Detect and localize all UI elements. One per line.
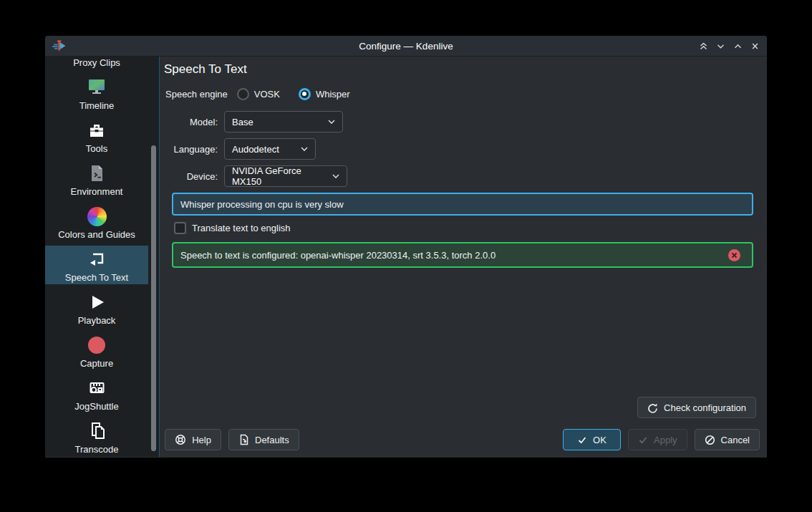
sidebar-item-proxy-clips[interactable]: Proxy Clips (45, 57, 148, 69)
success-message-text: Speech to text is configured: openai-whi… (180, 250, 728, 261)
cancel-label: Cancel (721, 435, 750, 445)
radio-option-vosk[interactable]: VOSK (237, 88, 280, 100)
info-message-text: Whisper processing on cpu is very slow (180, 199, 745, 210)
sidebar-item-capture[interactable]: Capture (45, 332, 148, 370)
radio-whisper-label: Whisper (316, 89, 350, 100)
keep-above-button[interactable] (699, 42, 708, 51)
dismiss-message-button[interactable] (728, 249, 740, 261)
help-icon (175, 434, 186, 445)
defaults-icon (238, 434, 249, 445)
refresh-icon (647, 402, 658, 413)
language-value: Audodetect (232, 144, 292, 155)
dialog-button-box: Help Defaults OK (165, 429, 760, 450)
model-dropdown[interactable]: Base (224, 111, 343, 132)
sidebar-item-playback[interactable]: Playback (45, 289, 148, 327)
titlebar[interactable]: Configure — Kdenlive (45, 36, 767, 57)
sidebar-item-tools[interactable]: Tools (45, 117, 148, 155)
check-icon (638, 435, 648, 445)
speech-engine-label: Speech engine (165, 89, 228, 100)
configure-dialog: Configure — Kdenlive (45, 36, 767, 458)
defaults-button[interactable]: Defaults (228, 429, 299, 450)
radio-option-whisper[interactable]: Whisper (299, 88, 350, 100)
translate-checkbox-label: Translate text to english (192, 223, 291, 233)
model-row: Model: Base (160, 111, 767, 132)
language-label: Language: (160, 144, 218, 155)
chevron-down-icon (301, 147, 308, 152)
chevron-down-icon (328, 120, 335, 125)
info-message: Whisper processing on cpu is very slow (172, 193, 753, 216)
apply-label: Apply (654, 435, 677, 445)
jogshuttle-icon (86, 376, 107, 400)
scrollbar-thumb[interactable] (151, 145, 156, 451)
radio-whisper[interactable] (299, 88, 311, 100)
radio-vosk-label: VOSK (254, 89, 280, 100)
tools-icon (86, 118, 107, 143)
speech-to-text-page: Speech To Text Speech engine VOSK Whispe… (159, 57, 767, 457)
copy-pages-icon (86, 419, 107, 443)
model-value: Base (232, 117, 319, 127)
check-configuration-button[interactable]: Check configuration (637, 397, 756, 418)
maximize-button[interactable] (733, 42, 743, 51)
sidebar-item-speech-to-text[interactable]: Speech To Text (45, 246, 148, 284)
cancel-icon (705, 435, 715, 445)
color-wheel-icon (87, 204, 107, 228)
chevron-down-icon (332, 174, 339, 179)
sidebar-list: Proxy Clips (45, 57, 148, 456)
sidebar-item-timeline[interactable]: Timeline (45, 74, 148, 112)
help-button[interactable]: Help (165, 429, 221, 450)
device-value: NVIDIA GeForce MX150 (232, 165, 324, 187)
page-title: Speech To Text (164, 61, 767, 77)
ok-label: OK (593, 435, 606, 445)
sidebar-item-colors-and-guides[interactable]: Colors and Guides (45, 203, 148, 241)
speech-engine-row: Speech engine VOSK Whisper (165, 86, 767, 102)
device-row: Device: NVIDIA GeForce MX150 (160, 165, 767, 187)
window-controls (699, 36, 760, 57)
sidebar-item-environment[interactable]: Environment (45, 160, 148, 198)
speech-to-text-icon (86, 247, 107, 271)
translate-checkbox[interactable] (174, 222, 186, 234)
help-label: Help (192, 435, 211, 445)
check-icon (577, 435, 587, 445)
record-icon (86, 333, 107, 357)
sidebar-scrollbar[interactable] (148, 57, 159, 457)
radio-vosk[interactable] (237, 88, 249, 100)
minimize-button[interactable] (716, 42, 725, 51)
device-dropdown[interactable]: NVIDIA GeForce MX150 (224, 165, 347, 187)
screen-background: Configure — Kdenlive (0, 0, 812, 512)
timeline-icon (86, 75, 107, 100)
defaults-label: Defaults (255, 435, 289, 445)
settings-sidebar: Proxy Clips (45, 57, 148, 457)
window-title: Configure — Kdenlive (45, 41, 767, 52)
model-label: Model: (160, 117, 218, 127)
apply-button[interactable]: Apply (628, 429, 687, 450)
device-label: Device: (160, 171, 218, 182)
close-button[interactable] (750, 42, 760, 51)
close-icon (731, 252, 738, 259)
sidebar-item-transcode[interactable]: Transcode (45, 417, 148, 456)
environment-icon (86, 161, 107, 185)
success-message: Speech to text is configured: openai-whi… (172, 242, 753, 268)
ok-button[interactable]: OK (563, 429, 621, 450)
cancel-button[interactable]: Cancel (695, 429, 760, 450)
translate-checkbox-row[interactable]: Translate text to english (174, 222, 767, 234)
check-configuration-label: Check configuration (664, 402, 746, 413)
play-icon (86, 290, 107, 314)
language-row: Language: Audodetect (160, 138, 767, 160)
language-dropdown[interactable]: Audodetect (224, 138, 316, 160)
sidebar-item-jogshuttle[interactable]: JogShuttle (45, 375, 148, 413)
